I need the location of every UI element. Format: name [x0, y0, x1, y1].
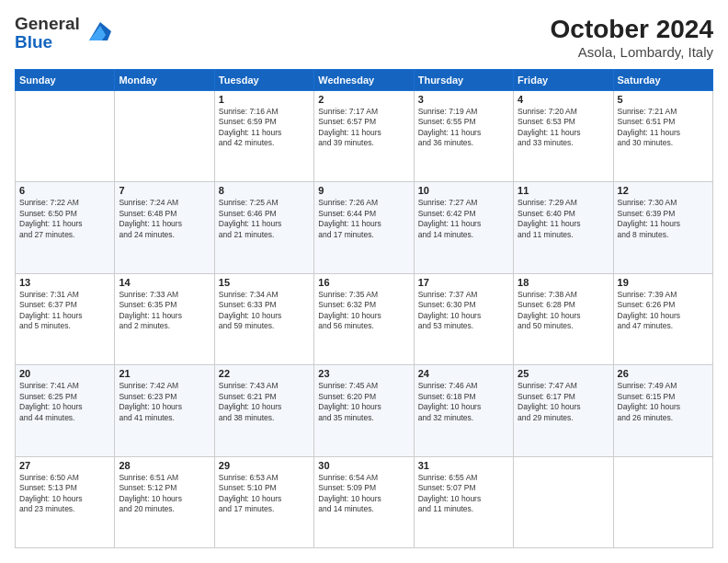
day-number: 26: [618, 368, 709, 379]
col-monday: Monday: [115, 70, 214, 91]
day-info: Sunrise: 6:55 AM Sunset: 5:07 PM Dayligh…: [418, 473, 509, 515]
day-info: Sunrise: 7:29 AM Sunset: 6:40 PM Dayligh…: [518, 198, 609, 240]
day-info: Sunrise: 6:50 AM Sunset: 5:13 PM Dayligh…: [19, 473, 110, 515]
day-number: 7: [119, 185, 210, 196]
col-friday: Friday: [514, 70, 613, 91]
calendar-cell: 23Sunrise: 7:45 AM Sunset: 6:20 PM Dayli…: [314, 365, 414, 456]
day-info: Sunrise: 7:49 AM Sunset: 6:15 PM Dayligh…: [618, 381, 709, 423]
title-block: October 2024 Asola, Lombardy, Italy: [551, 15, 713, 60]
day-number: 24: [418, 368, 509, 379]
logo-icon: [82, 18, 111, 44]
day-info: Sunrise: 7:38 AM Sunset: 6:28 PM Dayligh…: [518, 290, 609, 332]
day-number: 31: [418, 460, 509, 471]
day-number: 17: [418, 277, 509, 288]
calendar-cell: 18Sunrise: 7:38 AM Sunset: 6:28 PM Dayli…: [514, 273, 613, 364]
calendar-cell: 10Sunrise: 7:27 AM Sunset: 6:42 PM Dayli…: [414, 182, 513, 273]
calendar-cell: 27Sunrise: 6:50 AM Sunset: 5:13 PM Dayli…: [16, 456, 115, 547]
day-info: Sunrise: 7:26 AM Sunset: 6:44 PM Dayligh…: [318, 198, 409, 240]
day-number: 5: [618, 94, 709, 105]
day-number: 23: [318, 368, 409, 379]
calendar-cell: 29Sunrise: 6:53 AM Sunset: 5:10 PM Dayli…: [214, 456, 313, 547]
day-number: 27: [19, 460, 110, 471]
calendar-cell: 28Sunrise: 6:51 AM Sunset: 5:12 PM Dayli…: [115, 456, 214, 547]
day-info: Sunrise: 7:21 AM Sunset: 6:51 PM Dayligh…: [618, 107, 709, 149]
calendar-cell: 17Sunrise: 7:37 AM Sunset: 6:30 PM Dayli…: [414, 273, 513, 364]
day-number: 16: [318, 277, 409, 288]
calendar-week-4: 20Sunrise: 7:41 AM Sunset: 6:25 PM Dayli…: [16, 365, 713, 456]
calendar-cell: 11Sunrise: 7:29 AM Sunset: 6:40 PM Dayli…: [514, 182, 613, 273]
day-number: 1: [219, 94, 310, 105]
day-info: Sunrise: 7:17 AM Sunset: 6:57 PM Dayligh…: [318, 107, 409, 149]
calendar-cell: 20Sunrise: 7:41 AM Sunset: 6:25 PM Dayli…: [16, 365, 115, 456]
day-info: Sunrise: 7:24 AM Sunset: 6:48 PM Dayligh…: [119, 198, 210, 240]
day-info: Sunrise: 7:30 AM Sunset: 6:39 PM Dayligh…: [618, 198, 709, 240]
calendar-title: October 2024: [551, 15, 713, 44]
calendar-cell: 6Sunrise: 7:22 AM Sunset: 6:50 PM Daylig…: [16, 182, 115, 273]
header: General Blue October 2024 Asola, Lombard…: [15, 15, 713, 60]
col-thursday: Thursday: [414, 70, 513, 91]
day-number: 25: [518, 368, 609, 379]
day-info: Sunrise: 7:33 AM Sunset: 6:35 PM Dayligh…: [119, 290, 210, 332]
calendar-week-5: 27Sunrise: 6:50 AM Sunset: 5:13 PM Dayli…: [16, 456, 713, 547]
day-number: 6: [19, 185, 110, 196]
day-info: Sunrise: 6:53 AM Sunset: 5:10 PM Dayligh…: [219, 473, 310, 515]
calendar-cell: 14Sunrise: 7:33 AM Sunset: 6:35 PM Dayli…: [115, 273, 214, 364]
logo-blue: Blue: [15, 33, 80, 52]
day-number: 2: [318, 94, 409, 105]
calendar-header-row: Sunday Monday Tuesday Wednesday Thursday…: [16, 70, 713, 91]
logo: General Blue: [15, 15, 111, 52]
col-sunday: Sunday: [16, 70, 115, 91]
calendar-cell: [115, 91, 214, 182]
calendar-cell: 13Sunrise: 7:31 AM Sunset: 6:37 PM Dayli…: [16, 273, 115, 364]
day-info: Sunrise: 7:39 AM Sunset: 6:26 PM Dayligh…: [618, 290, 709, 332]
day-info: Sunrise: 6:54 AM Sunset: 5:09 PM Dayligh…: [318, 473, 409, 515]
calendar-table: Sunday Monday Tuesday Wednesday Thursday…: [15, 69, 713, 548]
day-info: Sunrise: 7:34 AM Sunset: 6:33 PM Dayligh…: [219, 290, 310, 332]
calendar-cell: 15Sunrise: 7:34 AM Sunset: 6:33 PM Dayli…: [214, 273, 313, 364]
day-number: 18: [518, 277, 609, 288]
day-info: Sunrise: 7:31 AM Sunset: 6:37 PM Dayligh…: [19, 290, 110, 332]
day-info: Sunrise: 7:27 AM Sunset: 6:42 PM Dayligh…: [418, 198, 509, 240]
day-info: Sunrise: 7:45 AM Sunset: 6:20 PM Dayligh…: [318, 381, 409, 423]
calendar-week-2: 6Sunrise: 7:22 AM Sunset: 6:50 PM Daylig…: [16, 182, 713, 273]
calendar-subtitle: Asola, Lombardy, Italy: [551, 44, 713, 60]
day-info: Sunrise: 7:22 AM Sunset: 6:50 PM Dayligh…: [19, 198, 110, 240]
day-info: Sunrise: 7:37 AM Sunset: 6:30 PM Dayligh…: [418, 290, 509, 332]
day-number: 20: [19, 368, 110, 379]
calendar-cell: 24Sunrise: 7:46 AM Sunset: 6:18 PM Dayli…: [414, 365, 513, 456]
day-number: 15: [219, 277, 310, 288]
day-number: 3: [418, 94, 509, 105]
day-number: 30: [318, 460, 409, 471]
calendar-cell: 22Sunrise: 7:43 AM Sunset: 6:21 PM Dayli…: [214, 365, 313, 456]
day-info: Sunrise: 7:16 AM Sunset: 6:59 PM Dayligh…: [219, 107, 310, 149]
calendar-cell: 5Sunrise: 7:21 AM Sunset: 6:51 PM Daylig…: [613, 91, 712, 182]
calendar-cell: 1Sunrise: 7:16 AM Sunset: 6:59 PM Daylig…: [214, 91, 313, 182]
logo-general: General: [15, 15, 80, 33]
col-wednesday: Wednesday: [314, 70, 414, 91]
day-number: 22: [219, 368, 310, 379]
day-number: 8: [219, 185, 310, 196]
day-info: Sunrise: 7:42 AM Sunset: 6:23 PM Dayligh…: [119, 381, 210, 423]
day-info: Sunrise: 7:19 AM Sunset: 6:55 PM Dayligh…: [418, 107, 509, 149]
calendar-cell: 4Sunrise: 7:20 AM Sunset: 6:53 PM Daylig…: [514, 91, 613, 182]
calendar-cell: 9Sunrise: 7:26 AM Sunset: 6:44 PM Daylig…: [314, 182, 414, 273]
col-tuesday: Tuesday: [214, 70, 313, 91]
calendar-week-3: 13Sunrise: 7:31 AM Sunset: 6:37 PM Dayli…: [16, 273, 713, 364]
calendar-cell: 8Sunrise: 7:25 AM Sunset: 6:46 PM Daylig…: [214, 182, 313, 273]
day-number: 10: [418, 185, 509, 196]
page: General Blue October 2024 Asola, Lombard…: [0, 0, 728, 563]
day-number: 14: [119, 277, 210, 288]
calendar-cell: [16, 91, 115, 182]
calendar-week-1: 1Sunrise: 7:16 AM Sunset: 6:59 PM Daylig…: [16, 91, 713, 182]
calendar-cell: 25Sunrise: 7:47 AM Sunset: 6:17 PM Dayli…: [514, 365, 613, 456]
day-number: 28: [119, 460, 210, 471]
day-info: Sunrise: 7:35 AM Sunset: 6:32 PM Dayligh…: [318, 290, 409, 332]
day-number: 11: [518, 185, 609, 196]
calendar-cell: 3Sunrise: 7:19 AM Sunset: 6:55 PM Daylig…: [414, 91, 513, 182]
calendar-cell: 21Sunrise: 7:42 AM Sunset: 6:23 PM Dayli…: [115, 365, 214, 456]
day-info: Sunrise: 7:20 AM Sunset: 6:53 PM Dayligh…: [518, 107, 609, 149]
calendar-cell: 16Sunrise: 7:35 AM Sunset: 6:32 PM Dayli…: [314, 273, 414, 364]
calendar-cell: 12Sunrise: 7:30 AM Sunset: 6:39 PM Dayli…: [613, 182, 712, 273]
calendar-cell: [613, 456, 712, 547]
day-info: Sunrise: 7:25 AM Sunset: 6:46 PM Dayligh…: [219, 198, 310, 240]
